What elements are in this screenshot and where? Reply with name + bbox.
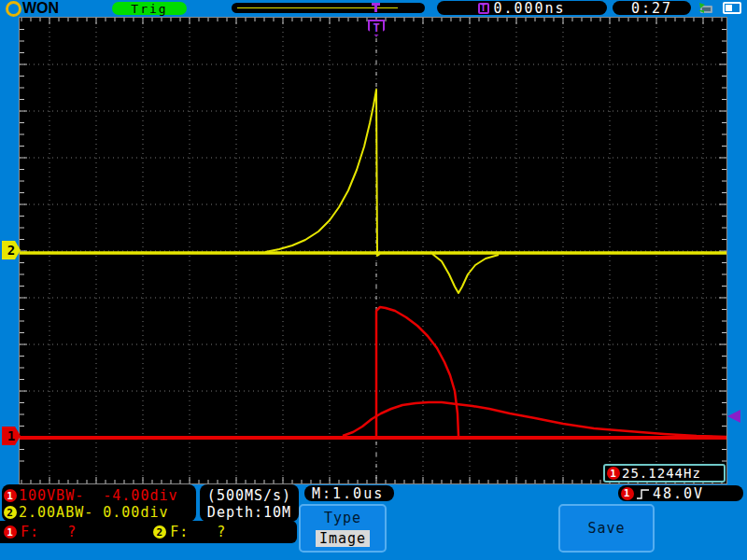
trigger-time-readout: T 0.000ns xyxy=(437,1,607,15)
ch1-badge: 1 xyxy=(4,489,17,502)
channel-info-box: 1 100VBW- -4.00div 2 2.00ABW- 0.00div xyxy=(2,484,196,522)
graticule-area xyxy=(19,17,727,484)
waveform-ch2-ramp-spike xyxy=(265,90,380,256)
type-button-title: Type xyxy=(324,510,361,526)
waveform-ch1-hump xyxy=(343,402,726,437)
owon-logo: WON xyxy=(6,0,59,17)
acquisition-info-box: (500MS/s) Depth:10M xyxy=(200,484,299,522)
waveform-preview-strip[interactable] xyxy=(232,3,425,13)
timebase-readout: M:1.0us xyxy=(304,485,394,501)
battery-icon xyxy=(723,2,741,14)
save-button[interactable]: Save xyxy=(558,504,655,553)
channel1-position-marker[interactable]: 1 xyxy=(2,427,21,445)
trigger-settings-readout: 1 48.0V xyxy=(618,485,743,501)
sample-rate: (500MS/s) xyxy=(207,487,291,504)
waveform-ch2-negative-dip xyxy=(432,254,499,293)
frequency-counter: 1 25.1244Hz xyxy=(603,464,726,483)
ch2-scale-position: 2.00ABW- 0.00div xyxy=(19,504,169,521)
scope-svg xyxy=(20,18,726,483)
waveform-ch1-pulse xyxy=(376,307,458,436)
usb-storage-icon xyxy=(698,2,714,14)
memory-depth: Depth:10M xyxy=(207,504,291,521)
trigger-status-badge: Trig xyxy=(112,2,187,15)
trigger-level-value: 48.0V xyxy=(653,485,704,502)
trigger-t-icon: T xyxy=(478,3,489,14)
clock-readout: 0:27 xyxy=(613,1,691,15)
measure-ch2-freq: F: ? xyxy=(170,524,226,540)
measure-ch1-freq: F: ? xyxy=(21,524,77,540)
owon-logo-text: WON xyxy=(22,1,59,16)
ch2-badge: 2 xyxy=(4,506,17,519)
preview-trigger-position-icon[interactable] xyxy=(372,3,380,12)
measure-ch1-badge: 1 xyxy=(4,525,17,539)
oscilloscope-screen: WON Trig T 0.000ns 0:27 2 1 T 1 25.1244H… xyxy=(0,0,747,560)
trigger-level-arrow-icon[interactable] xyxy=(727,410,740,423)
freq-value: 25.1244Hz xyxy=(622,466,701,481)
type-button-value[interactable]: Image xyxy=(316,530,370,547)
channel2-info-row: 2 2.00ABW- 0.00div xyxy=(4,504,194,521)
channel1-info-row: 1 100VBW- -4.00div xyxy=(4,487,194,504)
freq-channel-badge: 1 xyxy=(607,467,620,480)
trigger-source-badge: 1 xyxy=(621,487,634,500)
owon-logo-o-icon xyxy=(6,1,21,17)
measure-ch2-badge: 2 xyxy=(153,525,166,539)
ch1-scale-position: 100VBW- -4.00div xyxy=(19,487,178,504)
trigger-time-value: 0.000ns xyxy=(493,0,565,17)
measurement-bar: 1 F: ? 2 F: ? xyxy=(0,521,297,543)
type-button[interactable]: Type Image xyxy=(299,504,387,553)
rising-edge-icon xyxy=(636,487,651,500)
channel2-position-marker[interactable]: 2 xyxy=(2,241,21,259)
